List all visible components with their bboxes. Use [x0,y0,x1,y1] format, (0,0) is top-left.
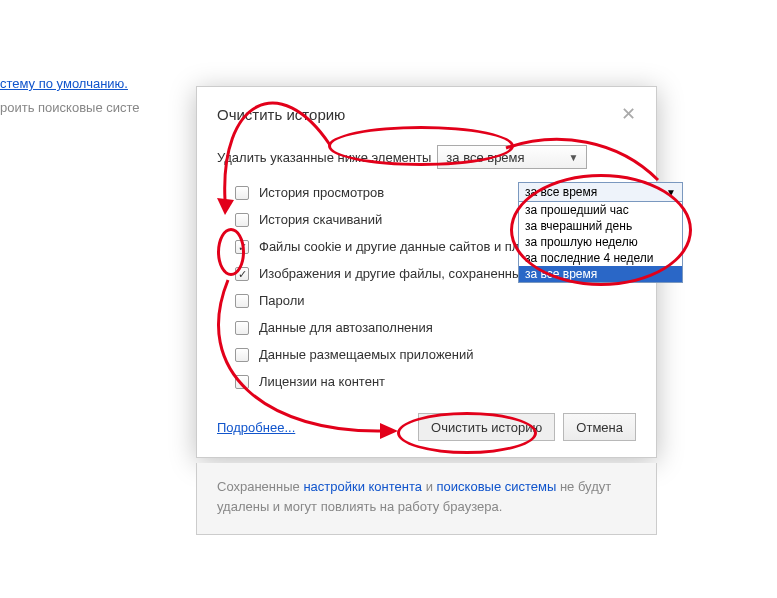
dropdown-option[interactable]: за вчерашний день [519,218,682,234]
checkbox[interactable] [235,213,249,227]
checkbox-label: Лицензии на контент [259,374,385,389]
checkbox-label: Пароли [259,293,305,308]
more-link[interactable]: Подробнее... [217,420,295,435]
dropdown-option[interactable]: за все время [519,266,682,282]
time-range-dropdown-open: за все время ▼ за прошедший час за вчера… [518,182,683,283]
bg-link-default[interactable]: стему по умолчанию. [0,76,128,91]
checkbox[interactable] [235,294,249,308]
footer-link-search-engines[interactable]: поисковые системы [437,479,557,494]
checkbox[interactable] [235,240,249,254]
dropdown-option[interactable]: за прошедший час [519,202,682,218]
checkbox-label: Файлы cookie и другие данные сайтов и пл… [259,239,560,254]
dropdown-option[interactable]: за прошлую неделю [519,234,682,250]
prompt-label: Удалить указанные ниже элементы [217,150,431,165]
dropdown-selected-row[interactable]: за все время ▼ [519,183,682,202]
cancel-button[interactable]: Отмена [563,413,636,441]
checkbox-label: История скачиваний [259,212,382,227]
dropdown-option[interactable]: за последние 4 недели [519,250,682,266]
checkbox-label: Данные размещаемых приложений [259,347,474,362]
bg-text-search: роить поисковые систе [0,100,140,115]
time-range-dropdown[interactable]: за все время ▼ [437,145,587,169]
checkbox-row[interactable]: Данные размещаемых приложений [217,347,636,362]
checkbox[interactable] [235,348,249,362]
chevron-down-icon: ▼ [666,187,676,198]
checkbox-row[interactable]: Лицензии на контент [217,374,636,389]
checkbox-label: История просмотров [259,185,384,200]
checkbox-row[interactable]: Пароли [217,293,636,308]
dropdown-value: за все время [446,150,524,165]
clear-button[interactable]: Очистить историю [418,413,555,441]
checkbox-label: Данные для автозаполнения [259,320,433,335]
checkbox[interactable] [235,321,249,335]
footer-text: Сохраненные [217,479,303,494]
dropdown-selected-label: за все время [525,185,597,199]
checkbox[interactable] [235,186,249,200]
footer-note: Сохраненные настройки контента и поисков… [196,463,657,535]
dialog-title: Очистить историю [217,106,345,123]
footer-link-content-settings[interactable]: настройки контента [303,479,422,494]
close-icon[interactable]: ✕ [621,105,636,123]
checkbox[interactable] [235,375,249,389]
checkbox-row[interactable]: Данные для автозаполнения [217,320,636,335]
checkbox[interactable] [235,267,249,281]
footer-text: и [422,479,437,494]
chevron-down-icon: ▼ [568,152,578,163]
